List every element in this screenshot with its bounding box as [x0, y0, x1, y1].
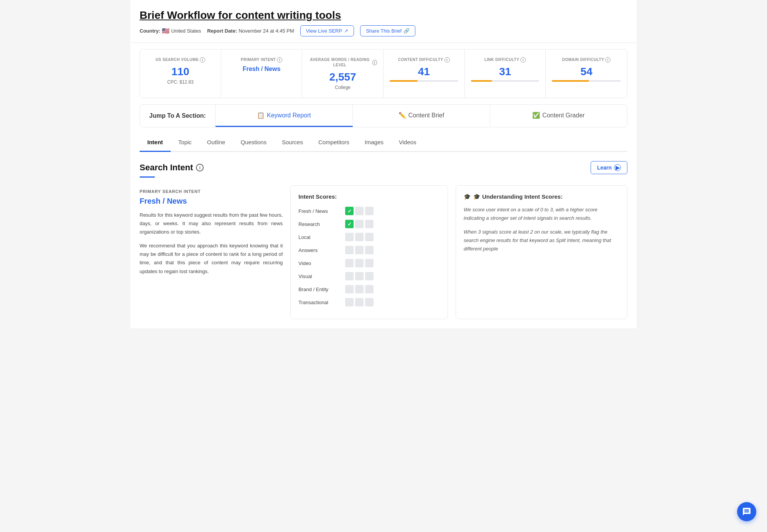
- understanding-card: 🎓 🎓 Understanding Intent Scores: We scor…: [456, 185, 627, 319]
- score-box-1: [345, 272, 354, 280]
- score-box-3: [365, 233, 374, 241]
- content-difficulty-info-icon[interactable]: i: [444, 57, 450, 63]
- keyword-report-icon: 📋: [257, 112, 265, 119]
- score-box-3: [365, 246, 374, 254]
- intent-description-1: Results for this keyword suggest results…: [140, 211, 283, 236]
- link-difficulty-value: 31: [471, 66, 540, 78]
- jump-nav-label: Jump To A Section:: [140, 105, 216, 127]
- primary-intent-info-icon[interactable]: i: [277, 57, 282, 63]
- understanding-text-1: We score user intent on a scale of 0 to …: [464, 206, 619, 222]
- score-box-3: [365, 298, 374, 306]
- domain-difficulty-fill: [552, 80, 589, 82]
- score-box-2: [355, 259, 364, 267]
- sub-tab-sources[interactable]: Sources: [274, 133, 311, 152]
- score-box-2: [355, 272, 364, 280]
- score-box-3: [365, 285, 374, 293]
- score-box-1: [345, 233, 354, 241]
- sub-tab-questions[interactable]: Questions: [233, 133, 274, 152]
- sub-tab-topic[interactable]: Topic: [171, 133, 199, 152]
- section-header: Search Intent i Learn ▶: [140, 161, 627, 174]
- score-box-2: [355, 220, 364, 228]
- graduation-icon: 🎓: [464, 193, 471, 200]
- jump-tab-content-brief[interactable]: ✏️ Content Brief: [353, 105, 490, 127]
- primary-intent-column: PRIMARY SEARCH INTENT Fresh / News Resul…: [140, 185, 283, 319]
- score-row-transactional: Transactional: [298, 298, 440, 306]
- stat-link-difficulty: LINK DIFFICULTY i 31: [465, 49, 546, 98]
- content-brief-icon: ✏️: [398, 112, 406, 119]
- content-difficulty-value: 41: [390, 66, 458, 78]
- link-icon: 🔗: [403, 28, 410, 34]
- avg-words-sub: College: [308, 85, 377, 90]
- content-difficulty-bar: [390, 80, 458, 82]
- score-boxes-transactional: [345, 298, 374, 306]
- header-meta: Country: 🇺🇸 United States Report Date: N…: [140, 25, 627, 36]
- score-box-1: [345, 298, 354, 306]
- intent-grid: PRIMARY SEARCH INTENT Fresh / News Resul…: [140, 185, 627, 319]
- score-box-2: [355, 285, 364, 293]
- score-boxes-visual: [345, 272, 374, 280]
- stat-avg-words: AVERAGE WORDS / READING LEVEL i 2,557 Co…: [302, 49, 384, 98]
- learn-button[interactable]: Learn ▶: [591, 161, 627, 174]
- primary-intent-label: PRIMARY SEARCH INTENT: [140, 189, 283, 194]
- stat-us-search-volume: US SEARCH VOLUME i 110 CPC: $12.83: [140, 49, 221, 98]
- view-live-serp-button[interactable]: View Live SERP ↗: [300, 25, 354, 36]
- stat-primary-intent: PRIMARY INTENT i Fresh / News: [221, 49, 303, 98]
- score-box-1: [345, 259, 354, 267]
- sub-tab-competitors[interactable]: Competitors: [311, 133, 357, 152]
- score-box-3: [365, 272, 374, 280]
- stats-bar: US SEARCH VOLUME i 110 CPC: $12.83 PRIMA…: [140, 49, 627, 98]
- link-difficulty-fill: [471, 80, 492, 82]
- score-box-3: [365, 259, 374, 267]
- primary-intent-value[interactable]: Fresh / News: [227, 66, 296, 72]
- score-box-1: [345, 220, 354, 228]
- jump-tab-keyword-report[interactable]: 📋 Keyword Report: [216, 105, 353, 127]
- country-meta: Country: 🇺🇸 United States: [140, 27, 201, 35]
- sub-tab-videos[interactable]: Videos: [391, 133, 424, 152]
- score-row-local: Local: [298, 233, 440, 241]
- sub-tab-intent[interactable]: Intent: [140, 133, 171, 152]
- score-row-research: Research: [298, 220, 440, 228]
- score-row-video: Video: [298, 259, 440, 267]
- intent-description-2: We recommend that you approach this keyw…: [140, 242, 283, 275]
- score-row-fresh-news: Fresh / News: [298, 207, 440, 215]
- us-search-volume-sub: CPC: $12.83: [146, 79, 215, 85]
- us-search-volume-value: 110: [146, 66, 215, 78]
- section-info-icon[interactable]: i: [196, 164, 204, 171]
- score-box-3: [365, 220, 374, 228]
- score-boxes-answers: [345, 246, 374, 254]
- page-title: Brief Workflow for content writing tools: [140, 9, 627, 21]
- intent-scores-card: Intent Scores: Fresh / News Research: [290, 185, 448, 319]
- primary-intent-value[interactable]: Fresh / News: [140, 197, 283, 206]
- understanding-text-2: When 3 signals score at least 2 on our s…: [464, 228, 619, 253]
- content-area: Search Intent i Learn ▶ PRIMARY SEARCH I…: [130, 152, 637, 328]
- score-row-visual: Visual: [298, 272, 440, 280]
- score-boxes-video: [345, 259, 374, 267]
- domain-difficulty-value: 54: [552, 66, 621, 78]
- share-brief-button[interactable]: Share This Brief 🔗: [360, 25, 415, 36]
- score-row-answers: Answers: [298, 246, 440, 254]
- sub-tab-images[interactable]: Images: [357, 133, 391, 152]
- play-icon: ▶: [614, 164, 621, 171]
- report-date-meta: Report Date: November 24 at 4:45 PM: [207, 28, 294, 34]
- link-difficulty-info-icon[interactable]: i: [520, 57, 526, 63]
- score-box-2: [355, 233, 364, 241]
- score-box-2: [355, 298, 364, 306]
- score-box-1: [345, 207, 354, 215]
- avg-words-value: 2,557: [308, 71, 377, 83]
- score-box-3: [365, 207, 374, 215]
- sub-nav: Intent Topic Outline Questions Sources C…: [140, 133, 627, 152]
- score-boxes-fresh-news: [345, 207, 374, 215]
- score-boxes-local: [345, 233, 374, 241]
- domain-difficulty-info-icon[interactable]: i: [605, 57, 611, 63]
- score-box-1: [345, 246, 354, 254]
- blue-accent-bar: [140, 176, 155, 178]
- jump-tab-content-grader[interactable]: ✅ Content Grader: [490, 105, 627, 127]
- intent-scores-title: Intent Scores:: [298, 193, 440, 200]
- sub-tab-outline[interactable]: Outline: [199, 133, 233, 152]
- score-box-1: [345, 285, 354, 293]
- us-search-volume-info-icon[interactable]: i: [200, 57, 205, 63]
- section-title: Search Intent i: [140, 163, 204, 173]
- external-link-icon: ↗: [344, 28, 348, 34]
- content-difficulty-fill: [390, 80, 418, 82]
- avg-words-info-icon[interactable]: i: [372, 60, 377, 65]
